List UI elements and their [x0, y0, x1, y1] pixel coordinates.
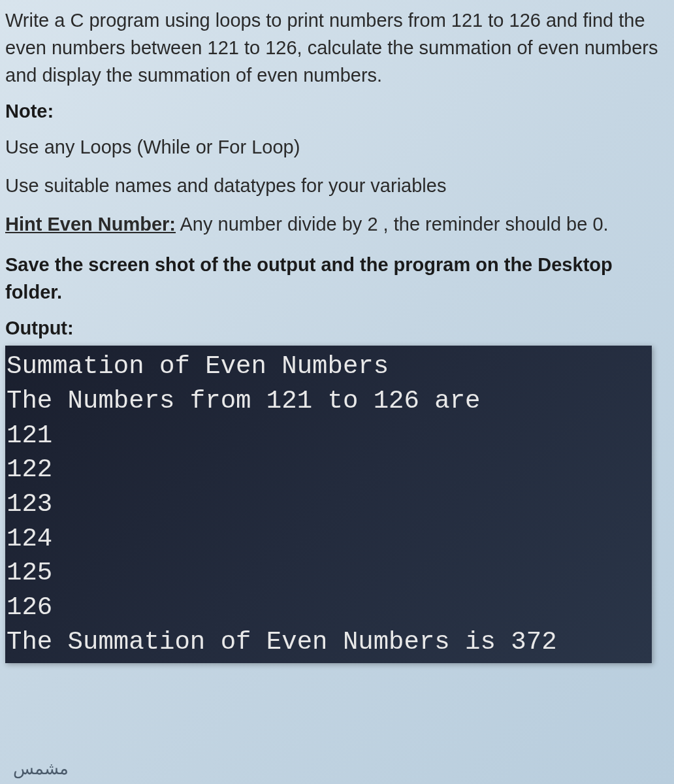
arabic-watermark: مشمس — [13, 759, 69, 779]
terminal-line: 125 — [7, 556, 652, 591]
terminal-line: The Summation of Even Numbers is 372 — [7, 625, 652, 660]
terminal-line: 126 — [7, 591, 652, 625]
hint-body: Any number divide by 2 , the reminder sh… — [176, 214, 609, 235]
terminal-line: Summation of Even Numbers — [7, 350, 652, 384]
document-content: Write a C program using loops to print n… — [5, 7, 661, 663]
terminal-line: 123 — [7, 487, 652, 522]
instruction-loops: Use any Loops (While or For Loop) — [5, 134, 661, 161]
hint-text: Hint Even Number: Any number divide by 2… — [5, 210, 661, 238]
terminal-line: 121 — [7, 419, 652, 453]
question-text: Write a C program using loops to print n… — [5, 7, 661, 89]
instruction-variables: Use suitable names and datatypes for you… — [5, 172, 661, 199]
terminal-line: 122 — [7, 453, 652, 487]
hint-label: Hint Even Number: — [5, 214, 176, 235]
note-heading: Note: — [5, 101, 661, 122]
output-heading: Output: — [5, 318, 661, 339]
terminal-output: Summation of Even Numbers The Numbers fr… — [5, 346, 652, 663]
terminal-line: 124 — [7, 522, 652, 557]
save-instruction: Save the screen shot of the output and t… — [5, 251, 661, 306]
terminal-line: The Numbers from 121 to 126 are — [7, 384, 652, 419]
